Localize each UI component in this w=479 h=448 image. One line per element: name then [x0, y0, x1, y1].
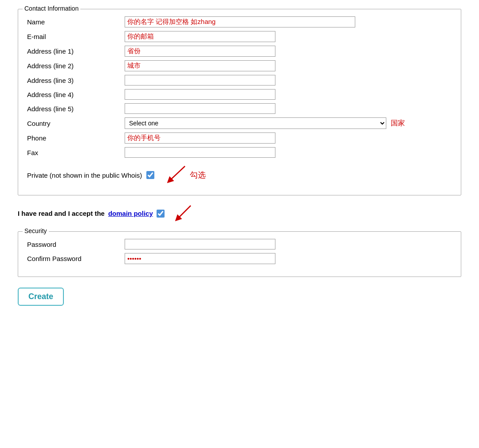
contact-information-fieldset: Contact Information Name E-mail Address …	[18, 9, 461, 195]
address5-row: Address (line 5)	[27, 103, 452, 114]
domain-policy-arrow	[171, 203, 193, 223]
private-label: Private (not shown in the public Whois)	[27, 171, 142, 179]
private-arrow-annotation: 勾选	[161, 164, 206, 186]
fax-input[interactable]	[125, 147, 275, 158]
address5-input[interactable]	[125, 103, 275, 114]
address3-label: Address (line 3)	[27, 77, 125, 84]
email-label: E-mail	[27, 33, 125, 40]
address2-label: Address (line 2)	[27, 62, 125, 70]
country-label: Country	[27, 120, 125, 127]
confirm-password-input[interactable]	[125, 253, 275, 264]
name-input[interactable]	[125, 16, 355, 27]
create-button[interactable]: Create	[18, 288, 64, 306]
fax-row: Fax	[27, 147, 452, 158]
country-row: Country Select one China United States 国…	[27, 117, 452, 129]
svg-line-1	[169, 166, 185, 181]
domain-policy-text-before: I have read and I accept the	[18, 210, 105, 217]
name-row: Name	[27, 16, 452, 27]
domain-policy-checkbox[interactable]	[157, 210, 165, 218]
password-input[interactable]	[125, 239, 275, 249]
domain-policy-row: I have read and I accept the domain poli…	[18, 203, 461, 223]
phone-row: Phone	[27, 132, 452, 144]
name-label: Name	[27, 18, 125, 26]
address1-input[interactable]	[125, 46, 275, 57]
address2-row: Address (line 2)	[27, 60, 452, 71]
country-select[interactable]: Select one China United States	[125, 117, 386, 129]
svg-line-3	[177, 206, 191, 219]
address4-label: Address (line 4)	[27, 91, 125, 98]
address1-label: Address (line 1)	[27, 47, 125, 55]
arrow-annotation-text: 勾选	[190, 170, 206, 180]
security-legend: Security	[23, 227, 49, 234]
address2-input[interactable]	[125, 60, 275, 71]
password-row: Password	[27, 239, 452, 249]
address4-input[interactable]	[125, 89, 275, 100]
address3-input[interactable]	[125, 75, 275, 86]
password-label: Password	[27, 241, 125, 248]
confirm-password-label: Confirm Password	[27, 255, 125, 262]
security-fieldset: Security Password Confirm Password	[18, 231, 461, 277]
fax-label: Fax	[27, 149, 125, 156]
arrow-icon	[161, 164, 187, 186]
email-input[interactable]	[125, 31, 275, 42]
private-checkbox[interactable]	[146, 171, 154, 179]
phone-input[interactable]	[125, 132, 275, 144]
email-row: E-mail	[27, 31, 452, 42]
confirm-password-row: Confirm Password	[27, 253, 452, 264]
private-row: Private (not shown in the public Whois) …	[27, 164, 452, 186]
address5-label: Address (line 5)	[27, 105, 125, 113]
country-annotation: 国家	[391, 119, 405, 128]
contact-legend: Contact Information	[23, 5, 80, 12]
address1-row: Address (line 1)	[27, 46, 452, 57]
domain-arrow-icon	[171, 203, 193, 223]
phone-label: Phone	[27, 134, 125, 142]
address3-row: Address (line 3)	[27, 75, 452, 86]
domain-policy-link[interactable]: domain policy	[108, 210, 153, 217]
address4-row: Address (line 4)	[27, 89, 452, 100]
